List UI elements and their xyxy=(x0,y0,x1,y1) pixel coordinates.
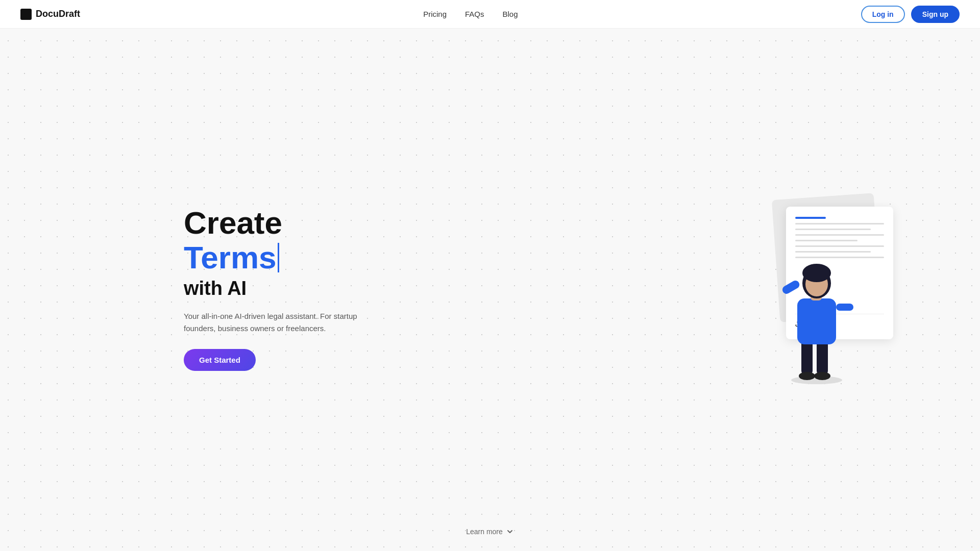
svg-point-3 xyxy=(799,372,815,380)
navbar: DocuDraft Pricing FAQs Blog Log in Sign … xyxy=(0,0,980,29)
chevron-down-icon xyxy=(506,528,514,536)
brand-logo[interactable]: DocuDraft xyxy=(20,9,80,20)
svg-rect-1 xyxy=(801,339,813,375)
hero-text-block: Create Terms with AI Your all-in-one AI-… xyxy=(184,206,357,371)
doc-accent-line xyxy=(795,217,826,219)
learn-more[interactable]: Learn more xyxy=(0,528,980,551)
svg-rect-7 xyxy=(836,304,853,311)
hero-line2: Terms xyxy=(184,240,277,275)
nav-links: Pricing FAQs Blog xyxy=(423,10,518,18)
get-started-button[interactable]: Get Started xyxy=(184,349,256,371)
doc-line-3 xyxy=(795,234,884,236)
nav-blog[interactable]: Blog xyxy=(503,10,518,18)
hero-line1: Create xyxy=(184,206,357,240)
brand-name: DocuDraft xyxy=(36,9,80,19)
doc-line-2 xyxy=(795,229,871,230)
svg-point-4 xyxy=(814,372,830,380)
svg-rect-6 xyxy=(781,279,801,295)
nav-pricing[interactable]: Pricing xyxy=(423,10,447,18)
svg-rect-5 xyxy=(797,298,836,344)
svg-point-11 xyxy=(802,264,831,282)
login-button[interactable]: Log in xyxy=(861,6,905,23)
hero-line3: with AI xyxy=(184,277,357,300)
logo-square xyxy=(20,9,32,20)
hero-illustration: 𝓢𝓮𝓲𝓰 xyxy=(725,191,898,385)
nav-faqs[interactable]: FAQs xyxy=(465,10,484,18)
doc-line-1 xyxy=(795,223,884,224)
doc-line-4 xyxy=(795,240,857,241)
hero-description: Your all-in-one AI-driven legal assistan… xyxy=(184,310,357,335)
hero-section: Create Terms with AI Your all-in-one AI-… xyxy=(0,0,980,551)
person-illustration xyxy=(776,242,857,385)
nav-actions: Log in Sign up xyxy=(861,6,960,23)
signup-button[interactable]: Sign up xyxy=(911,6,960,23)
learn-more-label: Learn more xyxy=(466,528,503,536)
text-cursor xyxy=(278,243,279,272)
svg-rect-2 xyxy=(817,339,828,375)
hero-inner: Create Terms with AI Your all-in-one AI-… xyxy=(0,29,980,528)
